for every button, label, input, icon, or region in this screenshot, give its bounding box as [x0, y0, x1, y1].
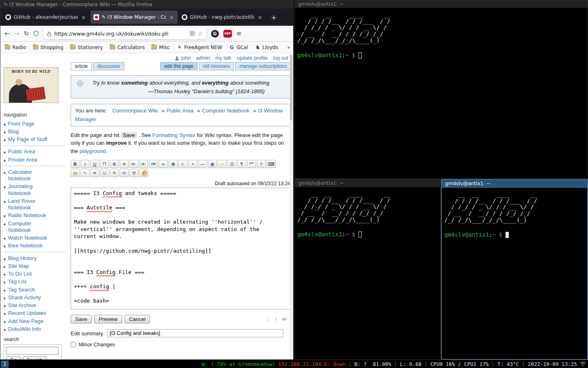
sidebar-nav-link[interactable]: Land Rover Notebook	[8, 198, 51, 211]
lock-button[interactable]	[139, 169, 148, 177]
tracking-shield-icon[interactable]	[33, 31, 39, 36]
sidebar-nav-item[interactable]: ■Tag Search	[4, 286, 66, 294]
horizontal-rule-button[interactable]: —	[198, 160, 207, 168]
sidebar-nav-item[interactable]: ■Recent Updates	[4, 310, 66, 317]
folder-button[interactable]: ▤	[71, 169, 80, 177]
reader-mode-icon[interactable]	[190, 31, 195, 36]
sidebar-nav-item[interactable]: ■Blog	[4, 128, 66, 135]
sidebar-nav-item[interactable]: ■Calculator Notebook	[4, 168, 66, 183]
bookmark-item[interactable]: Calculators	[110, 45, 145, 50]
quote-button[interactable]: “”	[247, 160, 256, 168]
sidebar-nav-link[interactable]: DokuWiki Info	[8, 326, 51, 332]
sidebar-nav-link[interactable]: Public Area	[8, 148, 51, 155]
scrollbar-thumb[interactable]	[290, 55, 292, 120]
forward-button[interactable]: →	[14, 30, 20, 37]
terminal-body[interactable]: __ __ ____ __ / / / /__ / / /___ / / / /…	[442, 188, 587, 242]
breadcrumb-link[interactable]: Computer Notebook	[202, 108, 249, 114]
footnote-button[interactable]: †	[257, 160, 266, 168]
user-link[interactable]: log out	[273, 55, 288, 61]
sidebar-nav-link[interactable]: Shack Activity	[8, 294, 51, 301]
signature-button[interactable]: ✒	[90, 169, 99, 177]
sidebar-nav-item[interactable]: ■Public Area	[4, 148, 66, 156]
terminal-window-bottom-right[interactable]: gm4slv@antix1: ~ __ __ ____ __ / / / /__…	[441, 179, 588, 360]
checkbox-button[interactable]: ☑	[100, 169, 109, 177]
sidebar-nav-link[interactable]: Site Archive	[8, 302, 51, 309]
cancel-button[interactable]: Cancel	[125, 315, 150, 323]
edit-summary-input[interactable]	[107, 329, 283, 337]
new-tab-button[interactable]: +	[267, 13, 281, 22]
tab-close-icon[interactable]: ×	[169, 14, 175, 20]
page-scrollbar[interactable]	[290, 54, 293, 359]
sidebar-nav-link[interactable]: Blog History	[8, 255, 51, 262]
user-link[interactable]: john	[175, 55, 191, 61]
image-button[interactable]: ▣	[208, 160, 217, 168]
save-button[interactable]: Save	[71, 315, 92, 323]
url-bar[interactable]: https://www.gm4slv.org.uk/dokuwiki/doku.…	[43, 28, 207, 39]
underline-button[interactable]: U	[90, 160, 99, 168]
wiki-editor-textarea[interactable]: ===== I3 Config and tweaks ===== === Aut…	[71, 188, 290, 310]
sidebar-nav-item[interactable]: ■DokuWiki Info	[4, 325, 66, 333]
sidebar-nav-item[interactable]: ■Site Archive	[4, 302, 66, 310]
sidebar-nav-item[interactable]: ■To Do List	[4, 270, 66, 278]
monospace-button[interactable]: TT	[100, 160, 109, 168]
sidebar-nav-link[interactable]: Front Page	[8, 121, 51, 127]
user-link[interactable]: update profile	[237, 55, 268, 61]
browser-tab[interactable]: ✎ I3 Window Manager - Con ×	[91, 11, 178, 24]
browser-tab[interactable]: GitHub - alexanderjeurissen ×	[2, 11, 89, 24]
sidebar-nav-link[interactable]: Radio Notebook	[8, 212, 51, 219]
sidebar-nav-item[interactable]: ■Radio Notebook	[4, 212, 66, 220]
sidebar-nav-link[interactable]: Computer Notebook	[8, 220, 51, 234]
italic-button[interactable]: I	[80, 160, 89, 168]
tools-button[interactable]: ⚒	[129, 169, 138, 177]
sidebar-nav-item[interactable]: ■Front Page	[4, 120, 66, 128]
terminal-titlebar[interactable]: gm4slv@antix1: ~	[295, 180, 440, 187]
keyboard-button[interactable]: ⌨	[267, 160, 276, 168]
sidebar-nav-link[interactable]: Recent Updates	[8, 310, 51, 316]
sidebar-nav-link[interactable]: Tag List	[8, 278, 51, 285]
terminal-body[interactable]: __ __ ____ __ / / / /__ / / /___ / / / /…	[295, 187, 440, 241]
url-text[interactable]: https://www.gm4slv.org.uk/dokuwiki/doku.…	[54, 31, 187, 37]
formatting-syntax-link[interactable]: Formatting Syntax	[152, 132, 196, 138]
sidebar-nav-link[interactable]: To Do List	[8, 271, 51, 277]
terminal-window-bottom-left[interactable]: gm4slv@antix1: ~ __ __ ____ __ / / / /__…	[294, 179, 441, 360]
tag-button[interactable]: ⚑	[110, 169, 119, 177]
sidebar-search-input[interactable]	[6, 347, 58, 355]
bookmark-item[interactable]: G GCal	[229, 45, 248, 50]
heading-higher-button[interactable]: H↑	[139, 160, 148, 168]
breadcrumb-link[interactable]: Public Area	[167, 108, 194, 114]
bookmark-star-icon[interactable]: ☆	[198, 30, 203, 37]
sidebar-nav-item[interactable]: ■Bike Notebook	[4, 242, 66, 250]
sidebar-nav-link[interactable]: Site Map	[8, 263, 51, 269]
sidebar-nav-link[interactable]: Private Area	[8, 157, 51, 163]
ordered-list-button[interactable]: 1.	[178, 160, 187, 168]
sidebar-nav-link[interactable]: Blog	[8, 128, 51, 135]
sidebar-nav-link[interactable]: Calculator Notebook	[8, 169, 51, 182]
bold-button[interactable]: B	[71, 160, 80, 168]
wiki-action-tab[interactable]: manage subscriptions	[235, 62, 291, 70]
terminal-window-top[interactable]: gm4slv@antix1: ~ __ __ ____ __ / / / /__…	[294, 0, 588, 179]
preview-button[interactable]: Preview	[94, 315, 122, 323]
sidebar-nav-item[interactable]: ■Add New Page	[4, 317, 66, 325]
heading-select-button[interactable]: H▾	[149, 160, 158, 168]
scroll-up-icon[interactable]: ↑	[274, 316, 278, 323]
user-link[interactable]: my talk	[215, 55, 232, 61]
sidebar-nav-link[interactable]: Journaling Notebook	[8, 183, 51, 197]
tab-close-icon[interactable]: ×	[80, 14, 87, 20]
go-button[interactable]: Go	[6, 357, 21, 360]
wiki-tab[interactable]: discussion	[93, 62, 124, 70]
sidebar-nav-item[interactable]: ■Computer Notebook	[4, 220, 66, 234]
bookmark-item[interactable]: Stationery	[70, 45, 103, 50]
wifi-tray-icon[interactable]	[580, 361, 586, 366]
sidebar-nav-link[interactable]: My Page of Stuff	[8, 136, 51, 143]
bookmark-item[interactable]: ✳ FreeAgent NEW	[177, 45, 222, 50]
draft-button[interactable]: ✎	[80, 169, 89, 177]
workspace-button[interactable]: 1	[1, 361, 9, 368]
reload-button[interactable]: ↻	[24, 30, 29, 37]
sidebar-nav-item[interactable]: ■My Page of Stuff	[4, 136, 66, 144]
wiki-tab[interactable]: article	[71, 62, 92, 70]
internal-link-button[interactable]: ∞	[159, 160, 168, 168]
strikethrough-button[interactable]: S	[110, 160, 119, 168]
bookmarks-overflow-chevron[interactable]: »	[287, 44, 290, 50]
sidebar-nav-link[interactable]: Tag Search	[8, 287, 51, 293]
extension-icon[interactable]: G	[211, 30, 219, 38]
